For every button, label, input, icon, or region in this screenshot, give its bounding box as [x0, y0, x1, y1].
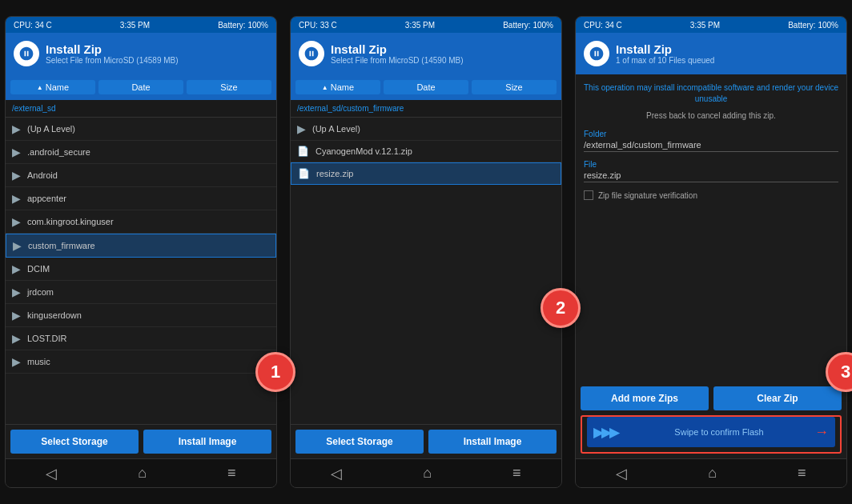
panel-2: CPU: 33 C 3:35 PM Battery: 100% Install …	[290, 16, 562, 488]
step-badge-2: 2	[541, 288, 581, 328]
main-container: CPU: 34 C 3:35 PM Battery: 100% Install …	[0, 0, 852, 504]
sort-bar-1: ▲ Name Date Size	[6, 74, 276, 100]
header-title-2: Install Zip	[331, 42, 464, 56]
sort-size-2[interactable]: Size	[472, 80, 557, 94]
status-bar-3: CPU: 34 C 3:35 PM Battery: 100%	[576, 17, 846, 33]
app-icon-2	[299, 41, 324, 66]
clear-zip-button[interactable]: Clear Zip	[713, 386, 842, 410]
select-storage-button-2[interactable]: Select Storage	[295, 430, 424, 454]
panel-3: CPU: 34 C 3:35 PM Battery: 100% Install …	[575, 16, 847, 488]
list-item[interactable]: ▶ com.kingroot.kinguser	[6, 210, 276, 234]
header-1: Install Zip Select File from MicroSD (14…	[6, 33, 276, 74]
swipe-text: Swipe to confirm Flash	[624, 427, 814, 437]
nav-back-3[interactable]: ◁	[606, 462, 637, 486]
nav-menu-2[interactable]: ≡	[503, 462, 531, 485]
list-item[interactable]: ▶ music	[6, 350, 276, 374]
nav-menu-3[interactable]: ≡	[788, 462, 816, 485]
list-item[interactable]: ▶ DCIM	[6, 258, 276, 281]
header-2: Install Zip Select File from MicroSD (14…	[291, 33, 561, 74]
folder-label: Folder	[584, 130, 838, 138]
file-value: resize.zip	[584, 170, 838, 182]
panel-2-wrapper: CPU: 33 C 3:35 PM Battery: 100% Install …	[283, 16, 569, 488]
nav-home-2[interactable]: ⌂	[413, 462, 441, 485]
list-item[interactable]: ▶ kinguserdown	[6, 304, 276, 327]
folder-icon: ▶	[12, 122, 21, 135]
header-subtitle-1: Select File from MicroSD (14589 MB)	[46, 56, 179, 65]
file-list-1[interactable]: ▶ (Up A Level) ▶ .android_secure ▶ Andro…	[6, 118, 276, 424]
list-item-selected[interactable]: ▶ custom_firmware	[6, 234, 276, 258]
folder-icon: ▶	[12, 192, 21, 205]
cpu-label-2: CPU: 33 C	[299, 21, 337, 30]
install-image-button-2[interactable]: Install Image	[428, 430, 557, 454]
folder-icon: ▶	[12, 286, 21, 298]
folder-icon: ▶	[12, 332, 21, 345]
path-bar-1: /external_sd	[6, 100, 276, 118]
folder-icon: ▶	[12, 309, 21, 322]
battery-label-1: Battery: 100%	[218, 21, 268, 30]
nav-back-2[interactable]: ◁	[321, 462, 352, 486]
action-row: Add more Zips Clear Zip	[576, 386, 846, 415]
list-item[interactable]: ▶ .android_secure	[6, 141, 276, 164]
app-icon-1	[14, 41, 39, 66]
nav-bar-3: ◁ ⌂ ≡	[576, 458, 846, 487]
nav-bar-1: ◁ ⌂ ≡	[6, 458, 276, 487]
sort-date-2[interactable]: Date	[384, 80, 468, 94]
cpu-label-3: CPU: 34 C	[584, 21, 622, 30]
info-section: This operation may install incompatible …	[576, 74, 846, 216]
warning-text: This operation may install incompatible …	[584, 82, 838, 105]
cancel-hint: Press back to cancel adding this zip.	[584, 111, 838, 120]
sort-size-1[interactable]: Size	[187, 80, 271, 94]
install-image-button-1[interactable]: Install Image	[143, 430, 271, 454]
file-list-2[interactable]: ▶ (Up A Level) 📄 CyanogenMod v.12.1.zip …	[291, 118, 561, 424]
list-item[interactable]: 📄 CyanogenMod v.12.1.zip	[291, 141, 561, 162]
battery-label-3: Battery: 100%	[788, 21, 838, 30]
zip-icon: 📄	[297, 146, 309, 157]
header-title-3: Install Zip	[616, 42, 714, 56]
header-text-1: Install Zip Select File from MicroSD (14…	[46, 42, 179, 65]
swipe-bar[interactable]: ▶▶▶ Swipe to confirm Flash →	[587, 417, 835, 447]
header-3: Install Zip 1 of max of 10 Files queued	[576, 33, 846, 74]
nav-home-3[interactable]: ⌂	[698, 462, 726, 485]
bottom-bar-1: Select Storage Install Image	[6, 424, 276, 458]
sort-name-1[interactable]: ▲ Name	[10, 80, 95, 94]
nav-home-1[interactable]: ⌂	[128, 462, 156, 485]
header-subtitle-3: 1 of max of 10 Files queued	[616, 56, 714, 65]
folder-icon: ▶	[12, 146, 21, 158]
nav-back-1[interactable]: ◁	[36, 462, 66, 486]
list-item[interactable]: ▶ jrdcom	[6, 281, 276, 304]
list-item[interactable]: ▶ appcenter	[6, 187, 276, 210]
panel-1-wrapper: CPU: 34 C 3:35 PM Battery: 100% Install …	[0, 16, 283, 488]
select-storage-button-1[interactable]: Select Storage	[10, 430, 139, 454]
path-bar-2: /external_sd/custom_firmware	[291, 100, 561, 118]
swipe-border: ▶▶▶ Swipe to confirm Flash →	[581, 415, 842, 454]
status-bar-1: CPU: 34 C 3:35 PM Battery: 100%	[6, 17, 276, 33]
time-label-2: 3:35 PM	[405, 21, 435, 30]
time-label-1: 3:35 PM	[120, 21, 150, 30]
list-item[interactable]: ▶ (Up A Level)	[6, 118, 276, 141]
zip-signature-checkbox[interactable]	[584, 190, 593, 200]
folder-icon: ▶	[12, 169, 21, 182]
add-more-zips-button[interactable]: Add more Zips	[581, 386, 709, 410]
checkbox-row[interactable]: Zip file signature verification	[584, 190, 838, 200]
swipe-arrow-right-icon: →	[814, 424, 829, 441]
folder-icon: ▶	[13, 239, 22, 252]
cpu-label-1: CPU: 34 C	[14, 21, 52, 30]
app-icon-3	[584, 41, 609, 66]
list-item-selected[interactable]: 📄 resize.zip	[291, 162, 561, 185]
nav-menu-1[interactable]: ≡	[218, 462, 246, 485]
list-item[interactable]: ▶ (Up A Level)	[291, 118, 561, 141]
list-item[interactable]: ▶ Android	[6, 164, 276, 187]
header-title-1: Install Zip	[46, 42, 179, 56]
header-text-2: Install Zip Select File from MicroSD (14…	[331, 42, 464, 65]
nav-bar-2: ◁ ⌂ ≡	[291, 458, 561, 487]
folder-icon: ▶	[12, 262, 21, 275]
panel-3-wrapper: CPU: 34 C 3:35 PM Battery: 100% Install …	[569, 16, 852, 488]
sort-date-1[interactable]: Date	[98, 80, 183, 94]
folder-icon: ▶	[297, 122, 306, 135]
status-bar-2: CPU: 33 C 3:35 PM Battery: 100%	[291, 17, 561, 33]
folder-value: /external_sd/custom_firmware	[584, 140, 838, 152]
list-item[interactable]: ▶ LOST.DIR	[6, 327, 276, 350]
step-badge-1: 1	[255, 352, 295, 392]
sort-name-2[interactable]: ▲ Name	[295, 80, 380, 94]
file-label: File	[584, 160, 838, 169]
